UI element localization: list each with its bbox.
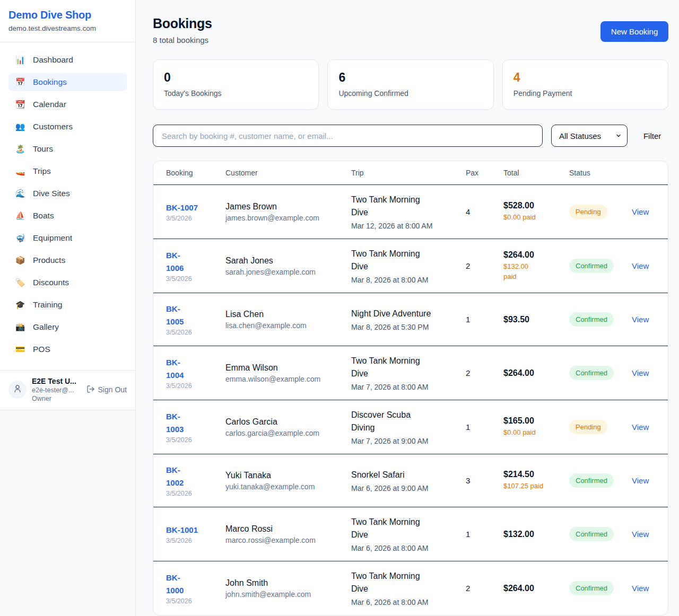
search-input[interactable] (153, 125, 543, 147)
status-badge: Pending (569, 205, 607, 219)
sidebar-item-training[interactable]: 🎓Training (8, 296, 127, 314)
booking-id-link[interactable]: BK-1001 (166, 525, 198, 534)
sidebar-item-discounts[interactable]: 🏷️Discounts (8, 274, 127, 292)
booking-date: 3/5/2026 (166, 490, 219, 497)
view-link[interactable]: View (632, 530, 649, 539)
customer-email: sarah.jones@example.com (225, 268, 345, 276)
status-cell: Confirmed (569, 259, 632, 273)
status-badge: Confirmed (569, 473, 614, 488)
trip-date: Mar 7, 2026 at 8:00 AM (351, 383, 459, 391)
status-badge: Confirmed (569, 581, 614, 595)
user-info: E2E Test U... e2e-tester@... Owner (32, 377, 76, 402)
trip-date: Mar 6, 2026 at 8:00 AM (351, 544, 459, 552)
customer-cell: Lisa Chenlisa.chen@example.com (225, 310, 351, 330)
booking-date: 3/5/2026 (166, 329, 219, 336)
paid-amount: $0.00 paid (503, 213, 563, 222)
filter-button[interactable]: Filter (636, 131, 668, 140)
view-link[interactable]: View (632, 584, 649, 593)
booking-id-link[interactable]: BK- 1004 (166, 358, 184, 379)
booking-id-link[interactable]: BK- 1000 (166, 573, 184, 594)
sidebar-item-trips[interactable]: 🚤Trips (8, 162, 127, 180)
calendar-icon: 📆 (15, 100, 25, 109)
table-row: BK- 10053/5/2026Lisa Chenlisa.chen@examp… (153, 293, 668, 346)
stat-value: 6 (338, 71, 482, 85)
sidebar-item-bookings[interactable]: 📅Bookings (8, 73, 127, 91)
package-icon: 📦 (15, 256, 25, 265)
pax-value: 2 (466, 584, 503, 593)
pax-value: 2 (466, 261, 503, 270)
trip-cell: Two Tank Morning DiveMar 7, 2026 at 8:00… (351, 355, 466, 391)
sidebar-item-calendar[interactable]: 📆Calendar (8, 95, 127, 113)
stat-card: 6Upcoming Confirmed (327, 59, 493, 110)
sidebar-item-equipment[interactable]: 🤿Equipment (8, 229, 127, 247)
view-cell: View (632, 476, 655, 486)
trip-date: Mar 8, 2026 at 5:30 PM (351, 323, 459, 331)
wave-icon: 🌊 (15, 189, 25, 198)
stat-card: 4Pending Payment (502, 59, 668, 110)
total-cell: $264.00 (503, 368, 569, 378)
trip-name: Two Tank Morning Dive (351, 193, 459, 219)
page-title: Bookings (153, 16, 212, 31)
paid-amount: $132.00 paid (503, 262, 563, 281)
sidebar-item-dashboard[interactable]: 📊Dashboard (8, 51, 127, 69)
main-content: Bookings 8 total bookings New Booking 0T… (136, 0, 679, 616)
sidebar-item-label: Customers (33, 122, 73, 131)
booking-cell: BK- 10033/5/2026 (166, 410, 225, 444)
brand-domain: demo.test.divestreams.com (8, 24, 127, 32)
stat-label: Today's Bookings (164, 89, 308, 98)
view-link[interactable]: View (632, 315, 649, 324)
new-booking-button[interactable]: New Booking (600, 21, 668, 42)
island-icon: 🏝️ (15, 144, 25, 154)
view-link[interactable]: View (632, 476, 649, 485)
total-amount: $214.50 (503, 470, 563, 479)
booking-id-link[interactable]: BK- 1005 (166, 304, 184, 325)
sidebar-item-gallery[interactable]: 📸Gallery (8, 318, 127, 336)
page-header: Bookings 8 total bookings New Booking (153, 16, 668, 45)
trip-name: Two Tank Morning Dive (351, 570, 459, 595)
view-cell: View (632, 315, 655, 324)
booking-id-link[interactable]: BK- 1002 (166, 465, 184, 487)
sidebar-item-dive-sites[interactable]: 🌊Dive Sites (8, 184, 127, 203)
view-cell: View (632, 261, 655, 271)
status-filter-select[interactable]: All Statuses (551, 125, 628, 147)
sidebar-item-pos[interactable]: 💳POS (8, 340, 127, 358)
trip-cell: Discover Scuba DivingMar 7, 2026 at 9:00… (351, 409, 466, 445)
view-link[interactable]: View (632, 261, 649, 270)
table-row: BK- 10033/5/2026Carlos Garciacarlos.garc… (153, 400, 668, 454)
customer-cell: Carlos Garciacarlos.garcia@example.com (225, 417, 351, 437)
logout-icon (86, 385, 95, 395)
view-link[interactable]: View (632, 423, 649, 432)
sidebar-item-tours[interactable]: 🏝️Tours (8, 140, 127, 158)
diving-mask-icon: 🤿 (15, 233, 25, 243)
booking-date: 3/5/2026 (166, 382, 219, 390)
booking-cell: BK- 10003/5/2026 (166, 571, 225, 605)
customer-cell: James Brownjames.brown@example.com (225, 202, 351, 222)
trip-date: Mar 6, 2026 at 8:00 AM (351, 598, 459, 606)
sidebar-item-boats[interactable]: ⛵Boats (8, 207, 127, 225)
booking-rows: BK-10073/5/2026James Brownjames.brown@ex… (153, 185, 668, 615)
app-root: Demo Dive Shop demo.test.divestreams.com… (0, 0, 679, 616)
booking-id-link[interactable]: BK-1007 (166, 203, 198, 212)
column-header: Customer (225, 169, 351, 177)
table-header-row: BookingCustomerTripPaxTotalStatus (153, 161, 668, 185)
view-link[interactable]: View (632, 368, 649, 377)
view-cell: View (632, 423, 655, 432)
sidebar-nav: 📊Dashboard📅Bookings📆Calendar👥Customers🏝️… (0, 42, 135, 370)
sidebar-item-customers[interactable]: 👥Customers (8, 118, 127, 136)
booking-date: 3/5/2026 (166, 537, 219, 544)
people-icon: 👥 (15, 122, 25, 131)
view-link[interactable]: View (632, 207, 649, 216)
pax-value: 1 (466, 423, 503, 432)
speedboat-icon: 🚤 (15, 166, 25, 176)
booking-id-link[interactable]: BK- 1006 (166, 251, 184, 272)
person-icon (13, 384, 22, 395)
status-cell: Pending (569, 420, 632, 434)
booking-id-link[interactable]: BK- 1003 (166, 412, 184, 433)
customer-email: john.smith@example.com (225, 590, 345, 599)
sign-out-button[interactable]: Sign Out (86, 385, 127, 395)
customer-name: John Smith (225, 578, 345, 588)
sidebar-item-products[interactable]: 📦Products (8, 251, 127, 269)
trip-cell: Snorkel SafariMar 6, 2026 at 9:00 AM (351, 469, 466, 492)
page-subtitle: 8 total bookings (153, 36, 212, 45)
sidebar-item-label: Calendar (33, 100, 66, 109)
